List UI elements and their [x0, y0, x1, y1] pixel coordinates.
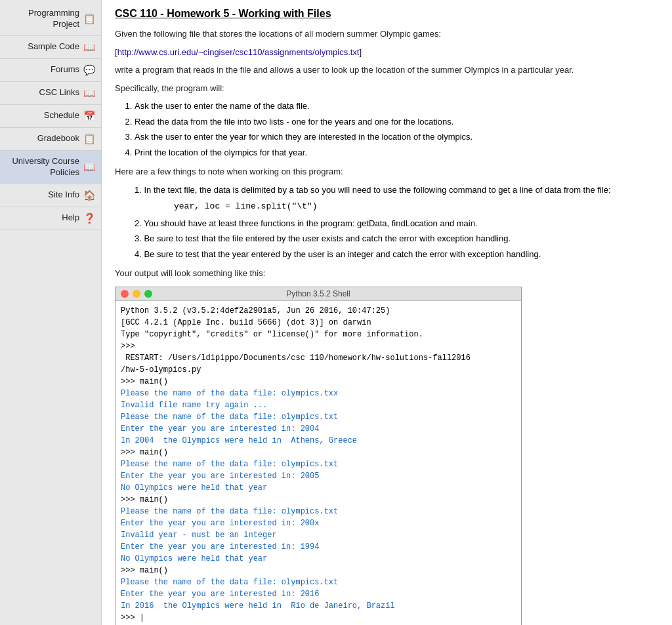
sidebar-label-forums: Forums [4, 64, 79, 75]
specifically-label: Specifically, the program will: [115, 82, 659, 95]
terminal-line: >>> main() [121, 495, 168, 504]
terminal-line: Invalid file name try again ... [121, 401, 267, 410]
sidebar-item-forums[interactable]: Forums💬 [0, 59, 101, 82]
sidebar-label-site-info: Site Info [4, 190, 79, 201]
terminal-close-dot[interactable] [121, 290, 129, 298]
sidebar-item-csc-links[interactable]: CSC Links📖 [0, 82, 101, 105]
notes-intro: Here are a few things to note when worki… [115, 165, 659, 178]
sidebar-icon-university-course-policies: 📖 [83, 161, 96, 173]
terminal-line: Enter the year you are interested in: 19… [121, 542, 319, 552]
output-intro: Your output will look something like thi… [115, 267, 659, 280]
terminal-title: Python 3.5.2 Shell [286, 289, 350, 298]
terminal-body: Python 3.5.2 (v3.5.2:4def2a2901a5, Jun 2… [116, 301, 521, 626]
sidebar: Programming Project📋Sample Code📖Forums💬C… [0, 0, 102, 625]
sidebar-icon-help: ❓ [83, 212, 96, 224]
terminal-line: Please the name of the data file: olympi… [121, 578, 338, 587]
sidebar-label-sample-code: Sample Code [4, 41, 79, 52]
code-snippet: year, loc = line.split("\t") [174, 200, 659, 213]
terminal-line: In 2004 the Olympics were held in Athens… [121, 436, 357, 445]
list-item: 4. Be sure to test that the year entered… [135, 248, 659, 261]
link-line: [http://www.cs.uri.edu/~cingiser/csc110/… [115, 46, 659, 59]
list-item: 2. You should have at least three functi… [135, 217, 659, 230]
sidebar-label-csc-links: CSC Links [4, 87, 79, 98]
terminal-line: In 2016 the Olympics were held in Rio de… [121, 601, 395, 611]
olympics-link[interactable]: http://www.cs.uri.edu/~cingiser/csc110/a… [117, 47, 360, 57]
terminal-line: >>> main() [121, 566, 168, 575]
sidebar-icon-sample-code: 📖 [83, 41, 96, 53]
terminal-line: Enter the year you are interested in: 20… [121, 472, 319, 481]
sidebar-icon-gradebook: 📋 [83, 133, 96, 145]
steps-list: Ask the user to enter the name of the da… [135, 100, 659, 159]
terminal-line: Invalid year - must be an integer [121, 531, 277, 540]
sidebar-item-site-info[interactable]: Site Info🏠 [0, 184, 101, 207]
sidebar-icon-forums: 💬 [83, 64, 96, 76]
sidebar-icon-csc-links: 📖 [83, 87, 96, 99]
sidebar-label-schedule: Schedule [4, 110, 79, 121]
terminal-minimize-dot[interactable] [133, 290, 140, 298]
sidebar-icon-site-info: 🏠 [83, 190, 96, 201]
terminal-line: No Olympics were held that year [121, 554, 267, 563]
sidebar-item-help[interactable]: Help❓ [0, 207, 101, 230]
sidebar-item-schedule[interactable]: Schedule📅 [0, 105, 101, 128]
sidebar-label-help: Help [4, 212, 79, 224]
list-item: Ask the user to enter the year for which… [135, 131, 659, 144]
intro-text: Given the following file that stores the… [115, 28, 659, 41]
list-item: Read the data from the file into two lis… [135, 115, 659, 129]
terminal-line: >>> | [121, 613, 144, 622]
terminal-line: Please the name of the data file: olympi… [121, 507, 338, 516]
terminal-line: Please the name of the data file: olympi… [121, 389, 338, 398]
sidebar-icon-programming-project: 📋 [83, 13, 96, 25]
sidebar-label-university-course-policies: University Course Policies [4, 156, 79, 178]
terminal-line: Enter the year you are interested in: 20… [121, 519, 319, 528]
terminal-line: Please the name of the data file: olympi… [121, 460, 338, 469]
terminal-line: >>> main() [121, 448, 168, 457]
main-content: CSC 110 - Homework 5 - Working with File… [102, 0, 672, 625]
sidebar-icon-schedule: 📅 [83, 110, 96, 122]
page-title: CSC 110 - Homework 5 - Working with File… [115, 8, 659, 20]
sidebar-label-programming-project: Programming Project [4, 8, 79, 30]
terminal-titlebar: Python 3.5.2 Shell [116, 287, 521, 301]
sidebar-item-sample-code[interactable]: Sample Code📖 [0, 36, 101, 59]
terminal-line: Enter the year you are interested in: 20… [121, 590, 319, 599]
sidebar-item-university-course-policies[interactable]: University Course Policies📖 [0, 151, 101, 184]
list-item: 1. In the text file, the data is delimit… [135, 184, 659, 213]
notes-list: 1. In the text file, the data is delimit… [135, 184, 659, 261]
sidebar-item-gradebook[interactable]: Gradebook📋 [0, 128, 101, 151]
terminal-line: Enter the year you are interested in: 20… [121, 424, 319, 433]
terminal-maximize-dot[interactable] [144, 290, 152, 298]
write-description: write a program that reads in the file a… [115, 64, 659, 77]
sidebar-label-gradebook: Gradebook [4, 133, 79, 144]
list-item: 3. Be sure to test that the file entered… [135, 232, 659, 245]
bracket-close: ] [359, 47, 362, 57]
terminal: Python 3.5.2 Shell Python 3.5.2 (v3.5.2:… [115, 287, 522, 626]
terminal-line: Please the name of the data file: olympi… [121, 413, 338, 422]
terminal-line: No Olympics were held that year [121, 483, 267, 493]
sidebar-item-programming-project[interactable]: Programming Project📋 [0, 3, 101, 36]
list-item: Print the location of the olympics for t… [135, 146, 659, 159]
list-item: Ask the user to enter the name of the da… [135, 100, 659, 113]
